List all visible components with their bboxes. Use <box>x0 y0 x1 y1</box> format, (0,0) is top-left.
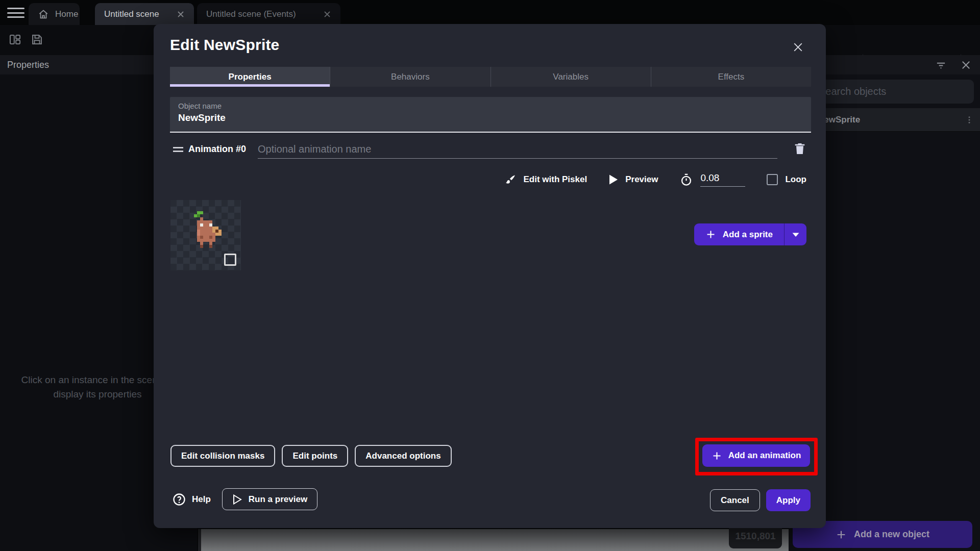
topbar: Home Untitled scene Untitled scene (Even… <box>0 0 980 25</box>
brush-icon <box>504 173 517 186</box>
advanced-options-button[interactable]: Advanced options <box>355 445 451 467</box>
help-button[interactable]: Help <box>172 492 211 507</box>
play-icon <box>608 174 619 185</box>
drag-handle-icon[interactable] <box>172 145 184 154</box>
tab-untitled-scene[interactable]: Untitled scene <box>95 3 194 25</box>
cancel-button[interactable]: Cancel <box>710 489 760 511</box>
filter-icon[interactable] <box>935 59 947 71</box>
dialog-tabs: Properties Behaviors Variables Effects <box>170 67 811 87</box>
animation-toolbar: Edit with Piskel Preview Loop <box>504 169 806 190</box>
question-mark-icon <box>172 492 186 507</box>
edit-sprite-dialog: Edit NewSprite Properties Behaviors Vari… <box>154 24 826 528</box>
plus-icon <box>705 229 716 240</box>
dialog-close-button[interactable] <box>790 39 806 56</box>
sprite-tools-row: Edit collision masks Edit points Advance… <box>170 445 452 467</box>
tab-untitled-scene-events-label: Untitled scene (Events) <box>206 9 296 19</box>
preview-button[interactable]: Preview <box>608 174 658 185</box>
close-tab-icon[interactable] <box>177 10 185 18</box>
hamburger-menu-icon[interactable] <box>7 8 24 18</box>
animation-label: Animation #0 <box>188 144 246 155</box>
edit-points-button[interactable]: Edit points <box>282 445 348 467</box>
timer-icon <box>679 173 693 187</box>
dialog-title: Edit NewSprite <box>170 36 280 54</box>
animation-name-box <box>258 140 777 159</box>
search-objects-input[interactable] <box>811 80 974 104</box>
run-preview-button[interactable]: Run a preview <box>222 488 317 510</box>
play-outline-icon <box>232 494 242 505</box>
add-new-object-label: Add a new object <box>854 529 929 540</box>
tab-home[interactable]: Home <box>29 3 80 25</box>
delete-animation-button[interactable] <box>793 141 807 156</box>
tab-home-label: Home <box>55 9 78 19</box>
tab-behaviors[interactable]: Behaviors <box>330 67 490 87</box>
loop-checkbox[interactable] <box>767 174 778 185</box>
panel-layout-icon[interactable] <box>8 33 22 46</box>
sprite-select-checkbox[interactable] <box>224 254 236 266</box>
tab-properties[interactable]: Properties <box>170 67 330 87</box>
tab-untitled-scene-label: Untitled scene <box>104 9 159 19</box>
tab-variables[interactable]: Variables <box>491 67 651 87</box>
edit-collision-masks-button[interactable]: Edit collision masks <box>170 445 275 467</box>
save-icon[interactable] <box>30 33 44 46</box>
search-objects-box <box>811 80 974 104</box>
animation-name-input[interactable] <box>258 140 777 158</box>
sprite-pixel-art <box>188 211 225 251</box>
plus-icon <box>836 529 847 540</box>
close-panel-icon[interactable] <box>960 59 972 71</box>
edit-with-piskel-button[interactable]: Edit with Piskel <box>504 173 587 186</box>
animation-row: Animation #0 <box>170 140 811 161</box>
home-icon <box>38 9 49 20</box>
plus-icon <box>712 450 722 461</box>
object-name-label: Object name <box>178 102 222 110</box>
loop-label: Loop <box>785 174 806 185</box>
add-animation-button[interactable]: Add an animation <box>702 444 810 467</box>
properties-panel-title: Properties <box>7 55 49 74</box>
tab-untitled-scene-events[interactable]: Untitled scene (Events) <box>197 3 340 25</box>
app-window: Home Untitled scene Untitled scene (Even… <box>0 0 980 551</box>
close-tab-icon[interactable] <box>323 10 331 18</box>
frame-time-box <box>700 172 745 187</box>
add-sprite-dropdown-button[interactable] <box>784 223 806 245</box>
apply-button[interactable]: Apply <box>766 489 811 511</box>
sprite-thumbnail[interactable] <box>170 200 241 270</box>
add-sprite-button[interactable]: Add a sprite <box>694 223 806 245</box>
object-name-field: Object name <box>170 97 811 133</box>
scene-canvas[interactable] <box>198 529 789 551</box>
object-name-input[interactable] <box>178 112 803 123</box>
frame-time-input[interactable] <box>700 172 745 186</box>
chevron-down-icon <box>792 232 800 238</box>
kebab-menu-icon[interactable] <box>965 115 974 124</box>
tab-effects[interactable]: Effects <box>651 67 811 87</box>
